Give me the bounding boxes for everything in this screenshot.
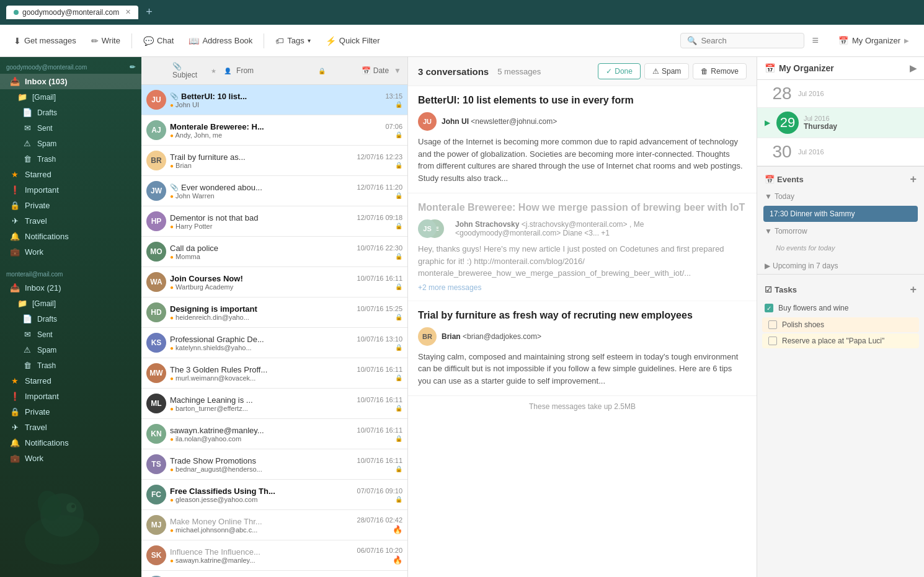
star-icon: ● bbox=[170, 193, 174, 200]
thread1-sender-name: John UI bbox=[442, 117, 469, 126]
email-from: ● ila.nolan@yahoo.com bbox=[170, 435, 353, 443]
sidebar-item-notifications2[interactable]: 🔔 Notifications bbox=[0, 435, 141, 451]
email-row[interactable]: KN sawayn.katrine@manley... ● ila.nolan@… bbox=[141, 419, 407, 449]
thread2-more-link[interactable]: +2 more messages bbox=[418, 283, 481, 292]
sidebar-item-sent2[interactable]: ✉ Sent bbox=[0, 327, 141, 342]
spam-button[interactable]: ⚠ Spam bbox=[644, 63, 689, 79]
address-book-button[interactable]: 📖 Address Book bbox=[182, 32, 259, 50]
email-meta: 10/07/16 16:11 🔒 bbox=[357, 426, 402, 442]
task-checkbox-2[interactable] bbox=[768, 320, 777, 329]
important-icon1: ❗ bbox=[10, 185, 20, 195]
sidebar-item-spam1[interactable]: ⚠ Spam bbox=[0, 136, 141, 151]
email-subject-row: Call da police bbox=[170, 244, 353, 253]
sidebar-item-starred2[interactable]: ★ Starred bbox=[0, 373, 141, 389]
avatar: BR bbox=[146, 151, 166, 170]
sidebar-item-gmail1[interactable]: 📁 [Gmail] bbox=[0, 89, 141, 105]
email-row[interactable]: AJ Monterale Breweree: H... ● Andy, John… bbox=[141, 115, 407, 146]
search-input[interactable] bbox=[701, 36, 788, 45]
add-event-button[interactable]: + bbox=[910, 173, 917, 186]
chat-button[interactable]: 💬 Chat bbox=[137, 32, 180, 50]
sidebar-item-trash2[interactable]: 🗑 Trash bbox=[0, 358, 141, 373]
write-button[interactable]: ✏ Write bbox=[85, 32, 127, 50]
my-organizer-button[interactable]: 📅 My Organizer ▶ bbox=[831, 32, 917, 49]
add-task-button[interactable]: + bbox=[910, 283, 917, 296]
sidebar-item-important1[interactable]: ❗ Important bbox=[0, 182, 141, 198]
sidebar-item-gmail2[interactable]: 📁 [Gmail] bbox=[0, 296, 141, 311]
thread2-title: Monterale Breweree: How we merge passion… bbox=[418, 202, 747, 213]
quick-filter-button[interactable]: ⚡ Quick Filter bbox=[319, 32, 386, 50]
email-row[interactable]: SK Influence The Influence... ● sawayn.k… bbox=[141, 540, 407, 571]
email-content: Trade Show Promotions ● bednar_august@he… bbox=[170, 456, 353, 473]
thread3-sender-row: BR Brian <brian@dadjokes.com> bbox=[418, 327, 747, 346]
email-row[interactable]: BR Trail by furniture as... ● Brian 12/0… bbox=[141, 146, 407, 176]
conv-footer: These messages take up 2.5MB bbox=[408, 396, 757, 417]
email-row[interactable]: MW The 3 Golden Rules Proff... ● murl.we… bbox=[141, 358, 407, 389]
sidebar-item-work1[interactable]: 💼 Work bbox=[0, 244, 141, 260]
email-row[interactable]: AP Creating Remarkable Po... ● antone.po… bbox=[141, 571, 407, 577]
avatar: SK bbox=[146, 545, 166, 565]
spam-icon2: ⚠ bbox=[22, 345, 32, 355]
email-row[interactable]: HD Designing is important ● heidenreich.… bbox=[141, 297, 407, 328]
email-subject-row: Influence The Influence... bbox=[170, 547, 353, 557]
sidebar-item-starred1[interactable]: ★ Starred bbox=[0, 167, 141, 182]
sent-icon: ✉ bbox=[22, 123, 32, 133]
sidebar-item-notifications1[interactable]: 🔔 Notifications bbox=[0, 229, 141, 244]
email-row[interactable]: FC Free Classifieds Using Th... ● gleaso… bbox=[141, 480, 407, 510]
upcoming-header[interactable]: ▶ Upcoming in 7 days bbox=[757, 258, 924, 274]
email-row[interactable]: MO Call da police ● Momma 10/07/16 22:30… bbox=[141, 237, 407, 267]
email-row[interactable]: TS Trade Show Promotions ● bednar_august… bbox=[141, 449, 407, 480]
email-meta: 12/07/16 09:18 🔒 bbox=[357, 214, 402, 229]
sidebar-compose-icon[interactable]: ✏ bbox=[130, 63, 135, 71]
email-row[interactable]: HP Dementor is not that bad ● Harry Pott… bbox=[141, 206, 407, 237]
done-button[interactable]: ✓ Done bbox=[598, 63, 641, 79]
lock-icon: 🔒 bbox=[395, 101, 402, 108]
sidebar-item-private2[interactable]: 🔒 Private bbox=[0, 404, 141, 420]
sidebar-bird-decoration bbox=[0, 453, 141, 577]
email-row[interactable]: KS Professional Graphic De... ● katelynn… bbox=[141, 328, 407, 358]
organizer-expand-button[interactable]: ▶ bbox=[910, 63, 917, 73]
star-icon: ● bbox=[170, 132, 174, 139]
tags-button[interactable]: 🏷 Tags ▾ bbox=[269, 32, 316, 50]
cal-pointer-29: ▶ bbox=[765, 118, 770, 127]
sidebar-item-private1[interactable]: 🔒 Private bbox=[0, 198, 141, 213]
today-event-item[interactable]: 17:30 Dinner with Sammy bbox=[763, 206, 918, 222]
email-row[interactable]: MJ Make Money Online Thr... ● michael.jo… bbox=[141, 510, 407, 540]
sidebar-item-trash1[interactable]: 🗑 Trash bbox=[0, 151, 141, 167]
menu-icon[interactable]: ≡ bbox=[807, 32, 824, 50]
thread3-sender-name: Brian bbox=[442, 332, 461, 341]
sidebar-item-important2[interactable]: ❗ Important bbox=[0, 389, 141, 404]
sidebar-item-travel2[interactable]: ✈ Travel bbox=[0, 420, 141, 435]
email-row[interactable]: WA Join Courses Now! ● Wartburg Academy … bbox=[141, 267, 407, 297]
header-sort-icon[interactable]: ▼ bbox=[394, 66, 401, 75]
email-date: 28/07/16 02:42 bbox=[357, 516, 402, 524]
tab-close-icon[interactable]: ✕ bbox=[125, 8, 131, 16]
task-checkbox-1[interactable]: ✓ bbox=[765, 304, 773, 312]
remove-button[interactable]: 🗑 Remove bbox=[693, 63, 747, 79]
tomorrow-group-header[interactable]: ▼ Tomorrow bbox=[757, 224, 924, 238]
conv-header: 3 conversations 5 messages ✓ Done ⚠ Spam… bbox=[408, 57, 757, 86]
upcoming-label: Upcoming in 7 days bbox=[773, 262, 838, 270]
add-tab-button[interactable]: + bbox=[143, 6, 155, 19]
email-row[interactable]: ML Machinge Leaning is ... ● barton_turn… bbox=[141, 389, 407, 419]
cal-day-30: 30 Jul 2016 bbox=[757, 138, 924, 166]
trash-icon1: 🗑 bbox=[22, 154, 32, 164]
email-from: ● Momma bbox=[170, 253, 353, 260]
sidebar-item-inbox2[interactable]: 📥 Inbox (21) bbox=[0, 280, 141, 296]
email-content: Dementor is not that bad ● Harry Potter bbox=[170, 213, 353, 230]
task-checkbox-3[interactable] bbox=[768, 337, 777, 345]
email-tab[interactable]: goodymoody@monterail.com ✕ bbox=[6, 6, 138, 19]
email-content: Free Classifieds Using Th... ● gleason.j… bbox=[170, 487, 353, 503]
sidebar-item-travel1[interactable]: ✈ Travel bbox=[0, 213, 141, 229]
email-row[interactable]: JU 📎 BetterUI: 10 list... ● John UI 13:1… bbox=[141, 85, 407, 115]
sidebar-item-drafts1[interactable]: 📄 Drafts bbox=[0, 105, 141, 120]
sidebar-item-inbox1[interactable]: 📥 Inbox (103) bbox=[0, 74, 141, 89]
sidebar-item-drafts2[interactable]: 📄 Drafts bbox=[0, 311, 141, 327]
avatar: AJ bbox=[146, 120, 166, 140]
task-label-1: Buy flowers and wine bbox=[778, 304, 848, 312]
email-from: ● Andy, John, me bbox=[170, 131, 381, 139]
sidebar-item-sent1[interactable]: ✉ Sent bbox=[0, 120, 141, 136]
get-messages-button[interactable]: ⬇ Get messages bbox=[7, 32, 82, 50]
email-row[interactable]: JW 📎 Ever wondered abou... ● John Warren… bbox=[141, 176, 407, 206]
today-group-header[interactable]: ▼ Today bbox=[757, 190, 924, 203]
sidebar-item-spam2[interactable]: ⚠ Spam bbox=[0, 342, 141, 358]
